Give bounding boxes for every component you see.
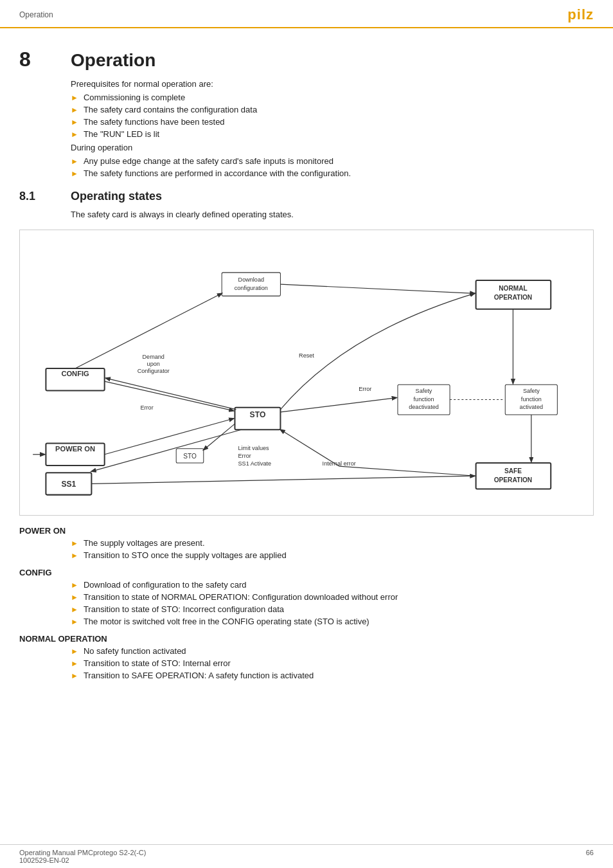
config-bullet-3: Transition to state of STO: Incorrect co… bbox=[84, 604, 284, 614]
list-item: ► The supply voltages are present. bbox=[71, 538, 594, 548]
list-item: ► The safety functions have been tested bbox=[71, 117, 594, 127]
prerequisite-1: Commissioning is complete bbox=[84, 93, 185, 102]
section81-intro: The safety card is always in clearly def… bbox=[71, 210, 594, 219]
svg-line-39 bbox=[106, 378, 236, 410]
list-item: ► Transition to STO once the supply volt… bbox=[71, 550, 594, 560]
svg-text:Demand: Demand bbox=[143, 354, 164, 360]
during-op-2: The safety functions are performed in ac… bbox=[84, 168, 351, 178]
power-on-bullet-2: Transition to STO once the supply voltag… bbox=[84, 550, 287, 560]
svg-line-47 bbox=[91, 476, 474, 484]
svg-line-37 bbox=[105, 419, 234, 455]
bullet-arrow-icon: ► bbox=[71, 551, 78, 560]
svg-text:OPERATION: OPERATION bbox=[494, 294, 532, 301]
list-item: ► The safety card contains the configura… bbox=[71, 105, 594, 114]
bullet-arrow-icon: ► bbox=[71, 671, 78, 680]
page-content: 8 Operation Prerequisites for normal ope… bbox=[0, 28, 613, 697]
list-item: ► Transition to state of STO: Incorrect … bbox=[71, 604, 594, 614]
svg-text:Error: Error bbox=[140, 404, 153, 411]
footer-manual: Operating Manual PMCprotego S2-2(-C) bbox=[19, 849, 146, 856]
section81-number: 8.1 bbox=[19, 190, 71, 203]
svg-text:Error: Error bbox=[238, 453, 251, 459]
svg-text:CONFIG: CONFIG bbox=[61, 370, 89, 377]
bullet-arrow-icon: ► bbox=[71, 593, 78, 602]
svg-text:Limit values: Limit values bbox=[238, 445, 270, 451]
svg-text:deactivated: deactivated bbox=[409, 404, 439, 410]
page-header: Operation pilz bbox=[0, 0, 613, 28]
bullet-arrow-icon: ► bbox=[71, 130, 78, 139]
svg-text:OPERATION: OPERATION bbox=[494, 476, 532, 484]
svg-text:Configurator: Configurator bbox=[138, 368, 170, 374]
prerequisite-3: The safety functions have been tested bbox=[84, 117, 225, 127]
logo: pilz bbox=[567, 6, 594, 23]
svg-text:STO: STO bbox=[250, 410, 266, 419]
normal-op-bullet-2: Transition to state of STO: Internal err… bbox=[84, 658, 231, 668]
section8-number: 8 bbox=[19, 48, 71, 71]
page-footer: Operating Manual PMCprotego S2-2(-C) 100… bbox=[0, 844, 613, 868]
operating-states-diagram: CONFIG POWER ON NORMAL OPERATION STO SS1… bbox=[19, 230, 594, 516]
bullet-arrow-icon: ► bbox=[71, 647, 78, 656]
list-item: ► Download of configuration to the safet… bbox=[71, 580, 594, 590]
normal-op-bullet-3: Transition to SAFE OPERATION: A safety f… bbox=[84, 671, 314, 680]
bullet-arrow-icon: ► bbox=[71, 105, 78, 114]
power-on-bullets: ► The supply voltages are present. ► Tra… bbox=[71, 538, 594, 560]
list-item: ► No safety function activated bbox=[71, 646, 594, 656]
config-bullets: ► Download of configuration to the safet… bbox=[71, 580, 594, 626]
breadcrumb: Operation bbox=[19, 10, 53, 19]
svg-line-48 bbox=[339, 466, 476, 476]
svg-text:function: function bbox=[521, 396, 542, 402]
svg-text:Reset: Reset bbox=[299, 352, 314, 359]
section8-intro: Prerequisites for normal operation are: bbox=[71, 79, 594, 89]
power-on-title: POWER ON bbox=[19, 526, 594, 536]
svg-text:POWER ON: POWER ON bbox=[55, 445, 95, 453]
normal-op-bullets: ► No safety function activated ► Transit… bbox=[71, 646, 594, 680]
svg-text:activated: activated bbox=[520, 404, 543, 410]
svg-line-50 bbox=[204, 424, 235, 450]
prerequisites-list: ► Commissioning is complete ► The safety… bbox=[71, 93, 594, 139]
prerequisite-4: The "RUN" LED is lit bbox=[84, 129, 159, 139]
bullet-arrow-icon: ► bbox=[71, 157, 78, 166]
bullet-arrow-icon: ► bbox=[71, 581, 78, 590]
svg-text:Safety: Safety bbox=[523, 388, 540, 394]
list-item: ► Transition to state of STO: Internal e… bbox=[71, 658, 594, 668]
section8-title: Operation bbox=[71, 50, 155, 71]
svg-text:function: function bbox=[414, 396, 434, 402]
svg-text:configuration: configuration bbox=[235, 285, 268, 291]
config-bullet-4: The motor is switched volt free in the C… bbox=[84, 617, 369, 626]
svg-line-49 bbox=[280, 429, 339, 466]
list-item: ► The "RUN" LED is lit bbox=[71, 129, 594, 139]
svg-text:SS1 Activate: SS1 Activate bbox=[238, 460, 272, 467]
footer-doc-number: 1002529-EN-02 bbox=[19, 856, 146, 864]
list-item: ► Any pulse edge change at the safety ca… bbox=[71, 156, 594, 166]
section81-heading: 8.1 Operating states bbox=[19, 190, 594, 203]
list-item: ► The safety functions are performed in … bbox=[71, 168, 594, 178]
list-item: ► The motor is switched volt free in the… bbox=[71, 617, 594, 626]
list-item: ► Commissioning is complete bbox=[71, 93, 594, 102]
svg-line-42 bbox=[280, 398, 396, 412]
diagram-svg: CONFIG POWER ON NORMAL OPERATION STO SS1… bbox=[26, 237, 587, 507]
normal-op-bullet-1: No safety function activated bbox=[84, 646, 186, 656]
bullet-arrow-icon: ► bbox=[71, 659, 78, 668]
config-bullet-2: Transition to state of NORMAL OPERATION:… bbox=[84, 592, 398, 602]
footer-page-number: 66 bbox=[586, 849, 594, 864]
svg-text:STO: STO bbox=[183, 453, 197, 460]
bullet-arrow-icon: ► bbox=[71, 605, 78, 614]
during-op-1: Any pulse edge change at the safety card… bbox=[84, 156, 333, 166]
during-operation-label: During operation bbox=[71, 143, 594, 152]
bullet-arrow-icon: ► bbox=[71, 169, 78, 178]
svg-line-46 bbox=[91, 429, 241, 471]
config-bullet-1: Download of configuration to the safety … bbox=[84, 580, 247, 590]
prerequisite-2: The safety card contains the configurati… bbox=[84, 105, 257, 114]
power-on-bullet-1: The supply voltages are present. bbox=[84, 538, 205, 548]
svg-text:upon: upon bbox=[147, 361, 160, 367]
page: Operation pilz 8 Operation Prerequisites… bbox=[0, 0, 613, 868]
config-title: CONFIG bbox=[19, 568, 594, 577]
svg-text:Error: Error bbox=[359, 386, 371, 392]
normal-op-title: NORMAL OPERATION bbox=[19, 634, 594, 644]
list-item: ► Transition to state of NORMAL OPERATIO… bbox=[71, 592, 594, 602]
svg-text:Download: Download bbox=[238, 276, 265, 283]
section81-title: Operating states bbox=[71, 190, 162, 203]
section8-heading: 8 Operation bbox=[19, 48, 594, 71]
svg-text:SAFE: SAFE bbox=[504, 467, 522, 475]
svg-rect-11 bbox=[476, 463, 551, 489]
during-operation-list: ► Any pulse edge change at the safety ca… bbox=[71, 156, 594, 178]
